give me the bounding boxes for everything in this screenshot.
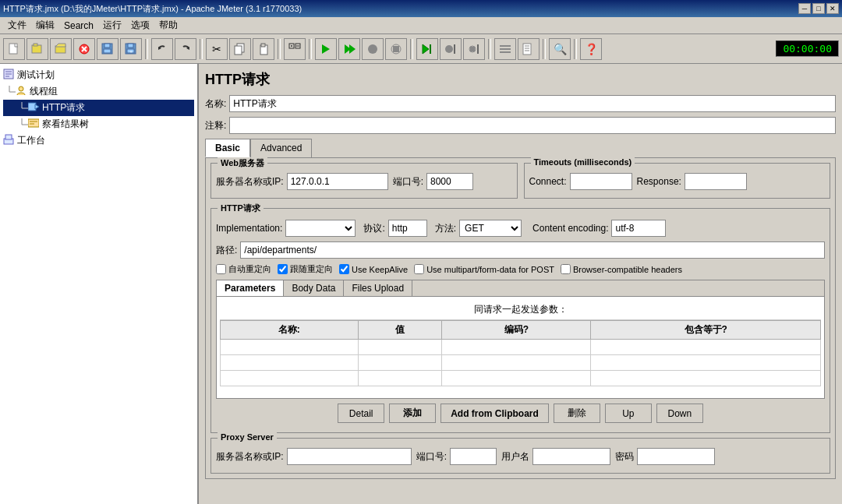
thread-group-label: 线程组 — [30, 85, 58, 98]
menu-run[interactable]: 运行 — [98, 17, 126, 33]
svg-marker-4 — [55, 44, 65, 47]
remote-start-button[interactable] — [416, 38, 438, 60]
add-button[interactable]: 添加 — [389, 404, 436, 423]
form-title: HTTP请求 — [205, 70, 836, 89]
method-select[interactable]: GET POST PUT DELETE — [459, 220, 522, 237]
shutdown-button[interactable] — [385, 38, 407, 60]
tab-parameters[interactable]: Parameters — [217, 280, 284, 296]
proxy-server-input[interactable] — [287, 448, 412, 465]
svg-marker-32 — [423, 44, 429, 54]
save-button[interactable] — [97, 38, 119, 60]
svg-marker-28 — [349, 44, 356, 54]
menu-file[interactable]: 文件 — [3, 17, 31, 33]
menu-bar: 文件 编辑 Search 运行 选项 帮助 — [0, 17, 842, 34]
encoding-input[interactable] — [611, 220, 666, 237]
name-label: 名称: — [205, 97, 226, 111]
open-templates-button[interactable] — [27, 38, 48, 60]
svg-text:+: + — [129, 49, 133, 55]
maximize-button[interactable]: □ — [812, 3, 825, 14]
tab-basic[interactable]: Basic — [205, 139, 250, 157]
toolbar-sep-1 — [145, 39, 148, 59]
tree-item-workbench[interactable]: 工作台 — [3, 132, 194, 149]
web-server-section: Web服务器 服务器名称或IP: 端口号: — [210, 163, 518, 199]
help-button[interactable]: ❓ — [580, 38, 602, 60]
cut-button[interactable]: ✂ — [206, 38, 228, 60]
server-input[interactable] — [287, 173, 388, 190]
tab-advanced[interactable]: Advanced — [250, 139, 312, 157]
proxy-password-input[interactable] — [637, 448, 715, 465]
response-input[interactable] — [685, 173, 747, 190]
clear-button[interactable] — [73, 38, 95, 60]
tree-item-view-results[interactable]: 察看结果树 — [3, 116, 194, 132]
keepalive-label[interactable]: Use KeepAlive — [339, 264, 408, 274]
down-button[interactable]: Down — [656, 404, 703, 423]
tree-item-thread-group[interactable]: 线程组 — [3, 83, 194, 100]
start-no-pause-button[interactable] — [338, 38, 360, 60]
clear-all-button[interactable] — [494, 38, 516, 60]
name-input[interactable] — [229, 95, 836, 112]
auto-redirect-checkbox[interactable] — [216, 264, 226, 274]
implementation-label: Implementation: — [216, 223, 282, 234]
delete-button[interactable]: 删除 — [554, 404, 600, 423]
server-label: 服务器名称或IP: — [216, 175, 284, 189]
menu-search[interactable]: Search — [59, 19, 98, 33]
tree-item-test-plan[interactable]: 测试计划 — [3, 67, 194, 83]
proxy-port-input[interactable] — [450, 448, 497, 465]
connect-input[interactable] — [570, 173, 632, 190]
comment-input[interactable] — [229, 117, 836, 134]
new-button[interactable] — [3, 38, 25, 60]
minimize-button[interactable]: ─ — [798, 3, 811, 14]
title-bar: HTTP请求.jmx (D:\我的JMeter\HTTP请求.jmx) - Ap… — [0, 0, 842, 17]
keepalive-checkbox[interactable] — [339, 264, 349, 274]
tree-item-http-request[interactable]: HTTP请求 — [3, 100, 194, 116]
port-input[interactable] — [426, 173, 473, 190]
redo-button[interactable] — [175, 38, 196, 60]
multipart-label[interactable]: Use multipart/form-data for POST — [414, 264, 554, 274]
auto-redirect-label[interactable]: 自动重定向 — [216, 263, 271, 275]
open-button[interactable] — [50, 38, 72, 60]
toolbar-sep-3 — [278, 39, 281, 59]
svg-rect-12 — [128, 44, 133, 48]
multipart-checkbox[interactable] — [414, 264, 424, 274]
menu-edit[interactable]: 编辑 — [31, 17, 59, 33]
proxy-username-input[interactable] — [532, 448, 610, 465]
undo-button[interactable] — [151, 38, 173, 60]
copy-button[interactable] — [229, 38, 251, 60]
timeouts-row: Connect: Response: — [529, 173, 826, 190]
tab-files-upload[interactable]: Files Upload — [344, 280, 412, 296]
path-input[interactable] — [240, 241, 825, 259]
comment-row: 注释: — [205, 117, 836, 134]
implementation-select[interactable]: HttpClient4 Java — [285, 220, 356, 237]
test-plan-icon — [3, 69, 14, 82]
tab-body-data[interactable]: Body Data — [284, 280, 344, 296]
detail-button[interactable]: Detail — [338, 404, 384, 423]
menu-options[interactable]: 选项 — [126, 17, 154, 33]
tree-panel: 测试计划 线程组 HTTP请求 — [0, 64, 199, 504]
remote-stop-button[interactable] — [440, 38, 462, 60]
col-value: 值 — [358, 321, 442, 340]
close-button[interactable]: ✕ — [826, 3, 839, 14]
col-encode: 编码? — [442, 321, 591, 340]
add-from-clipboard-button[interactable]: Add from Clipboard — [440, 404, 549, 423]
proxy-server-label: 服务器名称或IP: — [216, 450, 284, 463]
proxy-row: 服务器名称或IP: 端口号: 用户名 密码 — [216, 448, 825, 465]
clear-all2-button[interactable] — [518, 38, 540, 60]
browser-headers-checkbox[interactable] — [561, 264, 571, 274]
follow-redirect-checkbox[interactable] — [278, 264, 288, 274]
start-button[interactable] — [315, 38, 337, 60]
save-as-button[interactable]: + — [120, 38, 142, 60]
protocol-input[interactable] — [388, 220, 427, 237]
browser-headers-label[interactable]: Browser-compatible headers — [561, 264, 682, 274]
remote-shutdown-button[interactable] — [463, 38, 485, 60]
menu-help[interactable]: 帮助 — [154, 17, 182, 33]
port-label: 端口号: — [393, 175, 423, 189]
svg-rect-9 — [104, 44, 110, 48]
search-button[interactable]: 🔍 — [549, 38, 571, 60]
title-bar-controls: ─ □ ✕ — [798, 3, 839, 14]
stop-button[interactable] — [362, 38, 384, 60]
paste-button[interactable] — [253, 38, 274, 60]
expand-all-button[interactable] — [284, 38, 306, 60]
svg-rect-2 — [34, 44, 37, 46]
up-button[interactable]: Up — [605, 404, 652, 423]
follow-redirect-label[interactable]: 跟随重定向 — [278, 263, 333, 275]
